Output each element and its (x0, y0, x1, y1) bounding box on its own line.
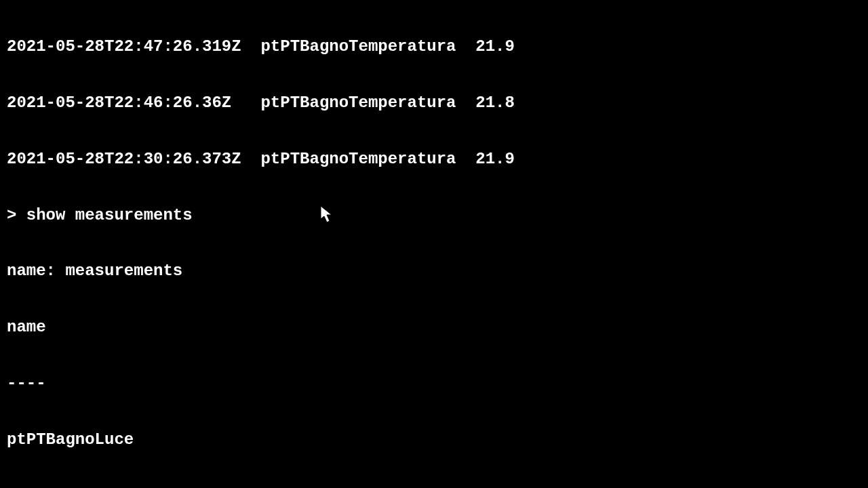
bottom-gap (0, 470, 868, 488)
prev-row-2: 2021-05-28T22:30:26.373Z ptPTBagnoTemper… (7, 150, 861, 169)
cmd-show-measurements: > show measurements (7, 206, 861, 225)
measurements-col: name (7, 318, 861, 337)
prev-row-1: 2021-05-28T22:46:26.36Z ptPTBagnoTempera… (7, 94, 861, 113)
terminal-output[interactable]: 2021-05-28T22:47:26.319Z ptPTBagnoTemper… (0, 0, 868, 488)
prev-row-0: 2021-05-28T22:47:26.319Z ptPTBagnoTemper… (7, 37, 861, 56)
measurement-0: ptPTBagnoLuce (7, 430, 861, 449)
measurements-underline: ---- (7, 374, 861, 393)
measurements-header: name: measurements (7, 262, 861, 281)
